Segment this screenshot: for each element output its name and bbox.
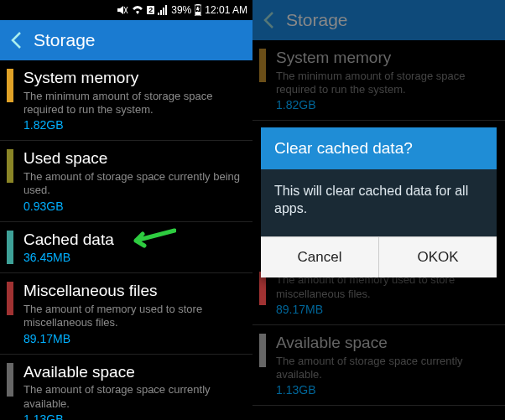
modal-overlay: Storage System memory The minimum amount… — [252, 0, 505, 420]
item-title: Used space — [23, 149, 241, 169]
dialog-clear-cache: Clear cached data? This will clear cache… — [261, 127, 497, 277]
item-title: Available space — [276, 334, 493, 353]
item-size: 1.13GB — [23, 412, 241, 420]
svg-rect-4 — [195, 12, 200, 15]
item-size: 0.93GB — [23, 200, 241, 213]
item-sub: The minimum amount of storage space requ… — [23, 90, 241, 117]
item-size: 1.82GB — [23, 118, 241, 132]
swatch-icon — [7, 69, 13, 102]
page-title: Storage — [286, 10, 348, 30]
item-title: Cached data — [23, 231, 241, 250]
swatch-icon — [7, 231, 13, 264]
dialog-buttons: Cancel OKOK — [261, 236, 497, 277]
item-used-space[interactable]: Used space The amount of storage space c… — [0, 141, 252, 221]
item-title: Available space — [23, 363, 241, 382]
item-sub: The amount of storage space currently be… — [23, 170, 241, 198]
sim2-icon: 2 — [147, 6, 154, 14]
item-size: 89.17MB — [23, 332, 241, 345]
battery-icon — [195, 4, 201, 16]
screen-left: 2 39% 12:01 AM Storage System memory The… — [0, 0, 252, 420]
dialog-body: This will clear cached data for all apps… — [261, 169, 497, 236]
item-sub: The amount of storage space currently av… — [276, 355, 493, 382]
item-sub: The amount of storage space currently av… — [23, 383, 241, 411]
item-size: 1.13GB — [276, 383, 493, 397]
item-size: 36.45MB — [23, 251, 241, 264]
item-available-space: Available space The amount of storage sp… — [252, 325, 505, 406]
header: Storage — [0, 20, 252, 60]
ok-button[interactable]: OKOK — [378, 237, 497, 277]
clock: 12:01 AM — [205, 4, 247, 16]
mute-icon — [117, 5, 128, 15]
swatch-icon — [259, 49, 266, 82]
header: Storage — [252, 0, 505, 40]
item-sub: The amount of memory used to store misce… — [23, 303, 241, 330]
item-cached-data[interactable]: Cached data 36.45MB — [0, 222, 252, 274]
item-system-memory: System memory The minimum amount of stor… — [252, 40, 505, 121]
back-icon — [263, 11, 274, 29]
item-system-memory[interactable]: System memory The minimum amount of stor… — [0, 60, 252, 141]
item-sub: The minimum amount of storage space requ… — [276, 70, 493, 97]
statusbar-icons: 2 — [117, 5, 168, 15]
swatch-icon — [259, 334, 266, 367]
dialog-title: Clear cached data? — [261, 127, 497, 169]
swatch-icon — [7, 149, 13, 183]
item-title: System memory — [276, 49, 493, 68]
page-title: Storage — [34, 30, 96, 50]
statusbar: 2 39% 12:01 AM — [0, 0, 252, 20]
swatch-icon — [7, 282, 13, 315]
battery-pct: 39% — [171, 4, 191, 16]
item-size: 89.17MB — [276, 303, 493, 316]
item-available-space[interactable]: Available space The amount of storage sp… — [0, 355, 252, 420]
swatch-icon — [7, 363, 13, 397]
cancel-button[interactable]: Cancel — [261, 237, 378, 277]
item-sub: The amount of memory used to store misce… — [276, 273, 493, 301]
storage-list: System memory The minimum amount of stor… — [0, 60, 252, 420]
svg-rect-3 — [196, 4, 200, 5]
item-size: 1.82GB — [276, 98, 493, 111]
item-title: Miscellaneous files — [23, 282, 241, 301]
item-title: System memory — [23, 69, 241, 88]
wifi-icon — [132, 5, 143, 15]
back-icon[interactable] — [10, 31, 22, 49]
screen-right: Ψ 2 39% 12:02 AM St — [252, 0, 505, 420]
item-misc-files[interactable]: Miscellaneous files The amount of memory… — [0, 273, 252, 354]
signal-icon — [158, 5, 168, 15]
